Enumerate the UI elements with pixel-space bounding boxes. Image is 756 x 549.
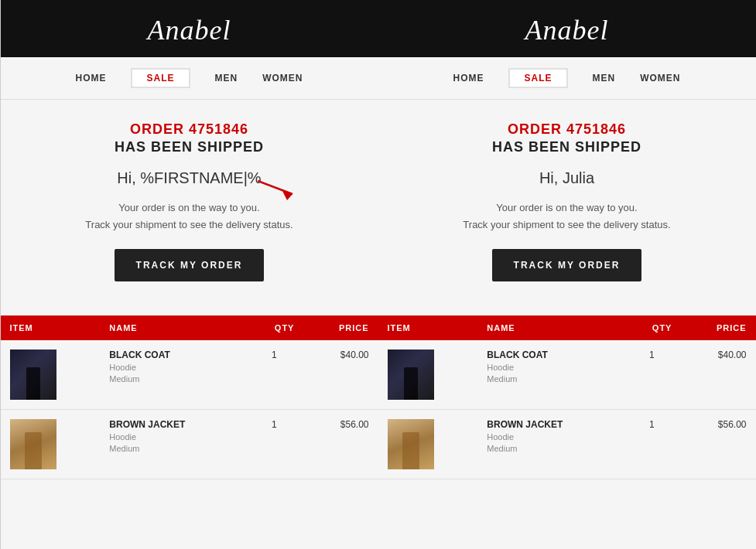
left-panel: Anabel HOME SALE MEN WOMEN ORDER 4751846… [1, 0, 378, 549]
nav-men-right[interactable]: MEN [593, 73, 616, 84]
item-sub1-1-right: Hoodie [487, 363, 613, 372]
col-qty-right: QTY [622, 315, 681, 340]
col-name-right: NAME [477, 315, 622, 340]
product-image-black-coat-left [10, 350, 56, 400]
content-right: ORDER 4751846 HAS BEEN SHIPPED Hi, Julia… [378, 100, 756, 315]
item-price-2-right: $56.00 [681, 410, 755, 479]
item-name-1-right: BLACK COAT [487, 350, 613, 360]
col-name-left: NAME [100, 315, 245, 340]
red-arrow-icon [258, 177, 304, 200]
nav-women-left[interactable]: WOMEN [262, 73, 303, 84]
greeting-left: Hi, %FIRSTNAME|% [117, 169, 261, 186]
item-details-2-right: BROWN JACKET Hoodie Medium [477, 410, 622, 479]
item-qty-2-right: 1 [622, 410, 681, 479]
order-table-right: ITEM NAME QTY PRICE BLACK COAT Hoodie Me… [378, 315, 756, 479]
nav-men-left[interactable]: MEN [215, 73, 238, 84]
item-sub1-2-right: Hoodie [487, 432, 613, 442]
item-name-1-left: BLACK COAT [109, 350, 235, 360]
order-title-left: ORDER 4751846 [32, 121, 347, 138]
nav-home-right[interactable]: HOME [453, 73, 484, 84]
table-row: BLACK COAT Hoodie Medium 1 $40.00 [378, 340, 756, 410]
order-table-left: ITEM NAME QTY PRICE BLACK COAT Hoodie Me… [1, 315, 378, 479]
col-price-right: PRICE [681, 315, 755, 340]
item-img-cell-1-left [1, 340, 101, 410]
item-price-1-left: $40.00 [303, 340, 378, 410]
col-item-left: ITEM [1, 315, 101, 340]
nav-right: HOME SALE MEN WOMEN [378, 57, 756, 100]
item-img-cell-2-left [1, 410, 101, 479]
table-row: BLACK COAT Hoodie Medium 1 $40.00 [1, 340, 378, 410]
item-img-cell-2-right [378, 410, 478, 479]
svg-line-0 [258, 181, 292, 194]
table-row: BROWN JACKET Hoodie Medium 1 $56.00 [378, 410, 756, 479]
nav-home-left[interactable]: HOME [75, 73, 106, 84]
col-qty-left: QTY [245, 315, 303, 340]
right-panel: Anabel HOME SALE MEN WOMEN ORDER 4751846… [378, 0, 756, 549]
header-right: Anabel [378, 0, 756, 57]
item-img-cell-1-right [378, 340, 478, 410]
track-button-left[interactable]: TRACK MY ORDER [115, 249, 265, 281]
item-sub2-1-left: Medium [109, 374, 235, 384]
item-details-1-right: BLACK COAT Hoodie Medium [477, 340, 622, 410]
item-details-2-left: BROWN JACKET Hoodie Medium [100, 410, 245, 479]
shipped-label-left: HAS BEEN SHIPPED [32, 139, 347, 155]
nav-sale-left[interactable]: SALE [131, 68, 190, 88]
nav-sale-right[interactable]: SALE [508, 68, 567, 88]
item-qty-1-right: 1 [622, 340, 681, 410]
col-price-left: PRICE [303, 315, 378, 340]
body-text-left: Your order is on the way to you. Track y… [32, 199, 347, 234]
item-sub2-2-left: Medium [109, 444, 235, 453]
product-image-brown-jacket-right [388, 419, 434, 469]
nav-women-right[interactable]: WOMEN [640, 73, 680, 84]
item-price-2-left: $56.00 [303, 410, 378, 479]
table-row: BROWN JACKET Hoodie Medium 1 $56.00 [1, 410, 378, 479]
table-header-right: ITEM NAME QTY PRICE [378, 315, 756, 340]
shipped-label-right: HAS BEEN SHIPPED [409, 139, 725, 155]
item-sub1-2-left: Hoodie [109, 432, 235, 442]
item-details-1-left: BLACK COAT Hoodie Medium [100, 340, 245, 410]
content-left: ORDER 4751846 HAS BEEN SHIPPED Hi, %FIRS… [1, 100, 378, 315]
logo-right: Anabel [378, 14, 756, 46]
order-title-right: ORDER 4751846 [409, 121, 725, 138]
logo-left: Anabel [1, 14, 378, 46]
nav-left: HOME SALE MEN WOMEN [1, 57, 378, 100]
table-header-left: ITEM NAME QTY PRICE [1, 315, 378, 340]
product-image-black-coat-right [388, 350, 434, 400]
body-text-right: Your order is on the way to you. Track y… [409, 199, 725, 234]
item-sub2-2-right: Medium [487, 444, 613, 453]
product-image-brown-jacket-left [10, 419, 56, 469]
col-item-right: ITEM [378, 315, 478, 340]
item-price-1-right: $40.00 [681, 340, 755, 410]
item-qty-1-left: 1 [245, 340, 303, 410]
header-left: Anabel [1, 0, 378, 57]
item-qty-2-left: 1 [245, 410, 303, 479]
item-sub2-1-right: Medium [487, 374, 613, 384]
greeting-right: Hi, Julia [409, 169, 725, 187]
item-name-2-left: BROWN JACKET [109, 419, 235, 430]
item-name-2-right: BROWN JACKET [487, 419, 613, 430]
track-button-right[interactable]: TRACK MY ORDER [492, 249, 642, 281]
item-sub1-1-left: Hoodie [109, 363, 235, 372]
